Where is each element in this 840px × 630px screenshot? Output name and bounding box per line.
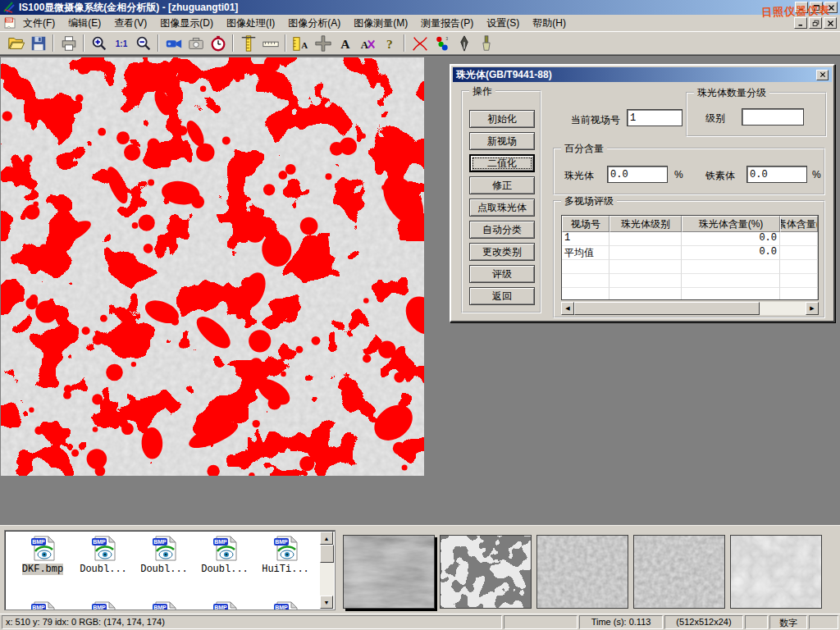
binarize-button[interactable]: 二值化 — [469, 154, 535, 172]
save-button[interactable] — [27, 33, 49, 53]
grade-input[interactable] — [742, 108, 804, 126]
file-item[interactable]: Doubl... — [195, 534, 254, 575]
one-to-one-icon — [112, 34, 130, 52]
pen-annotate-button[interactable] — [453, 33, 475, 53]
document-icon[interactable]: DOC — [3, 16, 16, 30]
thumbnail-light-wispy[interactable] — [730, 535, 822, 609]
file-name[interactable]: DKF.bmp — [22, 564, 63, 575]
ferrite-input[interactable] — [746, 166, 807, 183]
change-class-button[interactable]: 更改类别 — [469, 243, 535, 261]
thumbnail-dark-textured[interactable] — [343, 535, 435, 609]
file-item[interactable]: Doubl... — [135, 534, 194, 575]
bmp-file-icon — [29, 600, 57, 610]
table-row-empty — [562, 260, 818, 274]
file-item-partial[interactable] — [74, 600, 133, 610]
table-row[interactable]: 1 0.0 — [562, 232, 818, 246]
zoom-out-button[interactable] — [132, 33, 154, 53]
caliper-measure-button[interactable] — [237, 33, 259, 53]
bottom-panel: DKF.bmp Doubl... Doubl... Doubl... HuiTi… — [0, 525, 840, 614]
table-row[interactable]: 平均值 0.0 — [562, 246, 818, 260]
scroll-right-arrow[interactable]: ▶ — [806, 302, 819, 315]
file-item-partial[interactable] — [135, 600, 194, 610]
scroll-up-arrow[interactable]: ▲ — [320, 532, 333, 545]
calibration-curve-button[interactable] — [409, 33, 431, 53]
zoom-in-icon — [90, 34, 108, 52]
open-folder-icon — [7, 34, 25, 52]
ruler-measure-button[interactable] — [259, 33, 281, 53]
scroll-thumb[interactable] — [574, 302, 760, 315]
image-canvas[interactable] — [1, 57, 424, 476]
init-button[interactable]: 初始化 — [469, 110, 535, 128]
open-button[interactable] — [5, 33, 27, 53]
mdi-minimize-button[interactable] — [794, 17, 807, 29]
thumbnail-speckled-1[interactable] — [536, 535, 628, 609]
table-header-pearlite[interactable]: 珠光体含量(%) — [682, 216, 780, 232]
file-item-partial[interactable] — [13, 600, 72, 610]
file-item-partial[interactable] — [195, 600, 254, 610]
toolbar-separator — [158, 34, 159, 52]
cell-ferrite — [780, 232, 818, 246]
pearlite-input[interactable] — [607, 166, 668, 183]
file-item[interactable]: DKF.bmp — [13, 534, 72, 575]
file-browser[interactable]: DKF.bmp Doubl... Doubl... Doubl... HuiTi… — [4, 530, 336, 610]
menu-item-settings[interactable]: 设置(S) — [480, 15, 526, 32]
help-button[interactable] — [378, 33, 400, 53]
delete-text-button[interactable] — [356, 33, 378, 53]
thumbnail-speckled-2[interactable] — [633, 535, 725, 609]
menu-item-image-analysis[interactable]: 图像分析(A) — [281, 15, 347, 32]
multifield-table[interactable]: 视场号 珠光体级别 珠光体含量(%) 铁素体含量(%) 1 0.0 平均值 — [561, 215, 819, 300]
mdi-restore-button[interactable] — [809, 17, 822, 29]
menu-item-image-process[interactable]: 图像处理(I) — [220, 15, 281, 32]
file-item[interactable]: Doubl... — [74, 534, 133, 575]
file-list-vscrollbar[interactable]: ▲ ▼ — [320, 532, 334, 609]
print-button[interactable] — [57, 33, 80, 53]
file-name[interactable]: Doubl... — [80, 564, 127, 575]
grade-button[interactable]: 评级 — [469, 265, 535, 283]
dialog-title-bar[interactable]: 珠光体(GB/T9441-88) — [453, 67, 832, 82]
scroll-left-arrow[interactable]: ◀ — [561, 302, 574, 315]
correct-button[interactable]: 修正 — [469, 176, 535, 194]
measure-label-button[interactable] — [290, 33, 312, 53]
dialog-close-button[interactable] — [816, 70, 829, 80]
pick-pearlite-button[interactable]: 点取珠光体 — [469, 199, 535, 217]
file-name[interactable]: Doubl... — [201, 564, 249, 575]
scroll-down-arrow[interactable]: ▼ — [320, 596, 333, 609]
zoom-in-button[interactable] — [88, 33, 110, 53]
bmp-file-icon — [150, 600, 178, 610]
scroll-track[interactable] — [320, 563, 334, 596]
add-text-button[interactable] — [334, 33, 356, 53]
video-capture-button[interactable] — [162, 33, 185, 53]
menu-item-edit[interactable]: 编辑(E) — [62, 15, 107, 32]
menu-item-image-display[interactable]: 图像显示(D) — [153, 15, 220, 32]
status-digital-panel: 数字 — [769, 615, 807, 629]
table-hscrollbar[interactable]: ◀ ▶ — [561, 302, 819, 315]
table-header-ferrite[interactable]: 铁素体含量(%) — [780, 216, 818, 232]
table-header-field[interactable]: 视场号 — [562, 216, 609, 232]
phase-mark-button[interactable] — [431, 33, 453, 53]
camera-capture-button[interactable] — [185, 33, 207, 53]
print-icon — [60, 34, 78, 52]
table-header-grade[interactable]: 珠光体级别 — [609, 216, 682, 232]
current-field-input[interactable] — [627, 109, 682, 126]
pan-button[interactable] — [312, 33, 334, 53]
file-item-partial[interactable] — [256, 600, 315, 610]
scroll-thumb[interactable] — [320, 545, 334, 563]
menu-item-measure-report[interactable]: 测量报告(P) — [414, 15, 480, 32]
brush-button[interactable] — [475, 33, 497, 53]
new-field-button[interactable]: 新视场 — [469, 132, 535, 150]
grade-label: 级别 — [705, 112, 725, 126]
mdi-close-button[interactable] — [824, 17, 837, 29]
actual-size-button[interactable] — [110, 33, 132, 53]
menu-item-help[interactable]: 帮助(H) — [526, 15, 573, 32]
menu-item-view[interactable]: 查看(V) — [107, 15, 153, 32]
file-item[interactable]: HuiTi... — [256, 534, 315, 575]
file-name[interactable]: Doubl... — [140, 564, 188, 575]
thumbnail-coarse-bw[interactable] — [440, 535, 532, 609]
file-name[interactable]: HuiTi... — [262, 564, 309, 575]
auto-classify-button[interactable]: 自动分类 — [469, 221, 535, 239]
scroll-track[interactable] — [760, 302, 806, 315]
timer-button[interactable] — [207, 33, 229, 53]
return-button[interactable]: 返回 — [469, 287, 535, 305]
menu-item-image-measure[interactable]: 图像测量(M) — [347, 15, 414, 32]
menu-item-file[interactable]: 文件(F) — [16, 15, 62, 32]
